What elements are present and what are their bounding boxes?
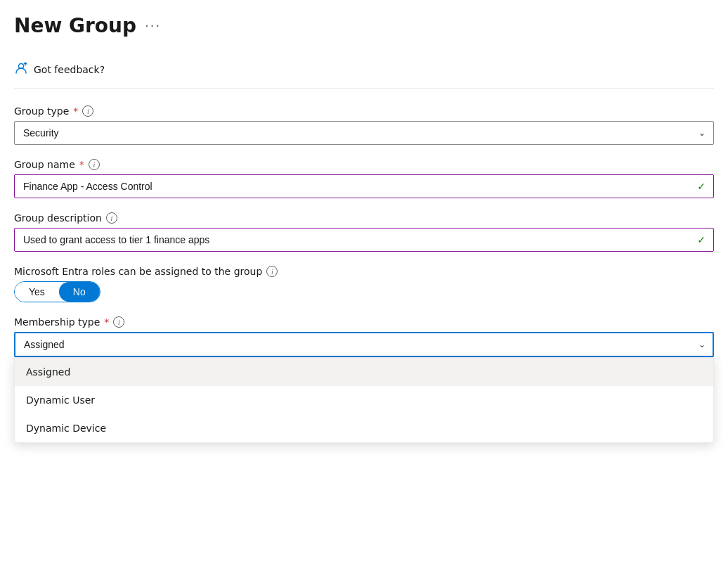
group-description-input-wrapper: ✓ bbox=[14, 228, 714, 252]
group-name-required: * bbox=[79, 159, 84, 170]
group-description-input[interactable] bbox=[14, 228, 714, 252]
group-description-info-icon[interactable]: i bbox=[106, 212, 117, 224]
toggle-yes-button[interactable]: Yes bbox=[15, 282, 59, 302]
entra-roles-section: Microsoft Entra roles can be assigned to… bbox=[14, 266, 714, 302]
feedback-icon bbox=[14, 61, 28, 78]
entra-roles-label: Microsoft Entra roles can be assigned to… bbox=[14, 266, 714, 277]
page-title: New Group bbox=[14, 14, 136, 37]
group-description-section: Group description i ✓ bbox=[14, 212, 714, 252]
membership-type-label-text: Membership type bbox=[14, 316, 100, 328]
group-description-check-icon: ✓ bbox=[697, 234, 706, 245]
feedback-section: Got feedback? bbox=[14, 51, 714, 89]
group-name-check-icon: ✓ bbox=[697, 181, 706, 192]
group-name-input[interactable] bbox=[14, 174, 714, 198]
dropdown-item-dynamic-user[interactable]: Dynamic User bbox=[15, 386, 713, 414]
membership-type-required: * bbox=[104, 316, 109, 328]
dropdown-item-assigned[interactable]: Assigned bbox=[15, 358, 713, 386]
toggle-no-button[interactable]: No bbox=[59, 282, 100, 302]
group-type-label-text: Group type bbox=[14, 105, 69, 117]
group-type-select-wrapper: Security Microsoft 365 ⌄ bbox=[14, 121, 714, 145]
group-name-input-wrapper: ✓ bbox=[14, 174, 714, 198]
feedback-link[interactable]: Got feedback? bbox=[34, 64, 105, 75]
group-description-label: Group description i bbox=[14, 212, 714, 224]
membership-type-select-wrapper: Assigned Dynamic User Dynamic Device ⌄ A… bbox=[14, 332, 714, 357]
membership-type-select[interactable]: Assigned Dynamic User Dynamic Device bbox=[14, 332, 714, 357]
entra-roles-info-icon[interactable]: i bbox=[266, 266, 278, 277]
entra-roles-toggle: Yes No bbox=[14, 281, 100, 302]
dropdown-item-dynamic-device[interactable]: Dynamic Device bbox=[15, 414, 713, 442]
membership-type-info-icon[interactable]: i bbox=[113, 316, 124, 328]
membership-type-section: Membership type * i Assigned Dynamic Use… bbox=[14, 316, 714, 357]
entra-roles-label-text: Microsoft Entra roles can be assigned to… bbox=[14, 266, 262, 277]
group-type-label: Group type * i bbox=[14, 105, 714, 117]
group-name-section: Group name * i ✓ bbox=[14, 159, 714, 198]
group-name-label: Group name * i bbox=[14, 159, 714, 170]
group-type-required: * bbox=[73, 105, 78, 117]
membership-type-label: Membership type * i bbox=[14, 316, 714, 328]
group-name-label-text: Group name bbox=[14, 159, 75, 170]
group-type-select[interactable]: Security Microsoft 365 bbox=[14, 121, 714, 145]
page-container: New Group ··· Got feedback? Group type *… bbox=[0, 0, 728, 585]
group-type-section: Group type * i Security Microsoft 365 ⌄ bbox=[14, 105, 714, 145]
membership-type-dropdown: Assigned Dynamic User Dynamic Device bbox=[14, 357, 714, 443]
group-type-info-icon[interactable]: i bbox=[82, 105, 93, 117]
group-description-label-text: Group description bbox=[14, 212, 102, 224]
group-name-info-icon[interactable]: i bbox=[89, 159, 100, 170]
more-options-button[interactable]: ··· bbox=[145, 18, 161, 33]
page-header: New Group ··· bbox=[14, 14, 714, 37]
